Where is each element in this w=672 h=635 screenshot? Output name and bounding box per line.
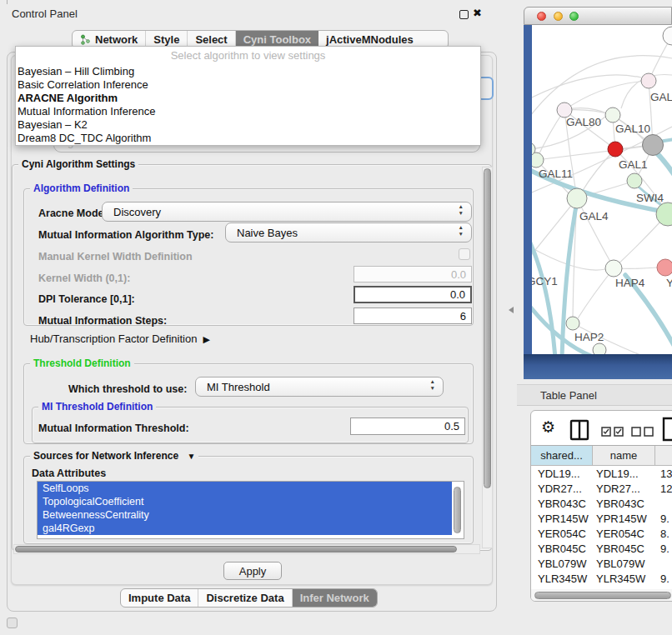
- network-node-gal[interactable]: [641, 73, 656, 88]
- close-panel-icon[interactable]: ✖: [473, 7, 482, 19]
- network-node-gal4[interactable]: [567, 188, 587, 208]
- column-header-name[interactable]: name: [593, 446, 655, 466]
- network-edge[interactable]: [536, 110, 564, 160]
- window-edge-tick: [7, 0, 8, 4]
- network-node-hap4[interactable]: [605, 260, 622, 277]
- bottom-tab-discretize-data[interactable]: Discretize Data: [198, 589, 292, 607]
- table-panel-titlebar: Table Panel: [517, 384, 672, 406]
- node-label: GCY1: [532, 275, 558, 288]
- dpi-tolerance-field[interactable]: 0.0: [354, 286, 472, 303]
- deselect-all-checkboxes-icon[interactable]: [631, 427, 654, 437]
- network-edge-thick[interactable]: [532, 229, 555, 354]
- table-cell: YDR27...: [593, 482, 655, 495]
- network-node-gal1[interactable]: [608, 142, 623, 157]
- which-threshold-combo[interactable]: MI Threshold ▲▼: [195, 377, 444, 397]
- sources-group-title[interactable]: Sources for Network Inference ▼: [30, 450, 198, 462]
- new-table-icon[interactable]: [662, 417, 672, 442]
- network-icon: [80, 34, 91, 45]
- table-row[interactable]: YPR145WYPR145W9.: [531, 511, 672, 526]
- network-node-gal11[interactable]: [532, 152, 544, 168]
- bottom-tab-infer-network[interactable]: Infer Network: [293, 589, 377, 607]
- table-row[interactable]: YDR27...YDR27...12: [531, 481, 672, 496]
- node-label: HAP4: [615, 277, 645, 289]
- network-node-hap2[interactable]: [566, 317, 579, 330]
- hub-definition-toggle[interactable]: Hub/Transcription Factor Definition▶: [30, 332, 210, 345]
- attribute-item-selfloops[interactable]: SelfLoops: [38, 482, 452, 495]
- attribute-item-topologicalcoefficient[interactable]: TopologicalCoefficient: [38, 495, 452, 508]
- table-header-row: shared...name: [531, 446, 672, 466]
- table-cell: 9.: [655, 572, 672, 585]
- column-header-2[interactable]: [655, 446, 672, 466]
- sources-title-text: Sources for Network Inference: [33, 450, 178, 462]
- settings-hscrollbar-thumb[interactable]: [15, 546, 457, 552]
- network-window-bottom-border: [524, 354, 672, 379]
- node-label: HAP2: [574, 331, 604, 343]
- network-node-swi4[interactable]: [627, 173, 642, 188]
- table-row[interactable]: YER054CYER054C8.: [531, 526, 672, 541]
- expanded-arrow-icon: ▼: [187, 452, 195, 461]
- minimize-traffic-light-icon[interactable]: [554, 12, 563, 21]
- mi-type-label: Mutual Information Algorithm Type:: [38, 229, 213, 241]
- algorithm-option-dream8-dc-tdc-algorithm[interactable]: Dream8 DC_TDC Algorithm: [16, 132, 480, 145]
- settings-vscrollbar-thumb[interactable]: [484, 168, 491, 488]
- algorithm-option-bayesian-hill-climbing[interactable]: Bayesian – Hill Climbing: [16, 65, 480, 78]
- network-edge[interactable]: [614, 221, 661, 268]
- table-row[interactable]: YBR045CYBR045C9.: [531, 541, 672, 556]
- network-edge[interactable]: [582, 149, 615, 192]
- table-hscrollbar-track[interactable]: [531, 589, 672, 602]
- aracne-mode-combo[interactable]: Discovery ▲▼: [102, 202, 472, 222]
- table-row[interactable]: YDL19...YDL19...13: [531, 466, 672, 481]
- column-header-shared-[interactable]: shared...: [531, 446, 593, 466]
- table-cell: 9.: [655, 512, 672, 525]
- network-node[interactable]: [593, 343, 606, 354]
- node-label: GAL11: [539, 168, 573, 180]
- table-cell: 12: [655, 482, 672, 495]
- network-graph: GALGAL80GAL10GAL1GAL11GAL4SWI4GCY1HAP4YH…: [532, 25, 672, 354]
- network-node-y[interactable]: [657, 259, 672, 276]
- bottom-tab-impute-data[interactable]: Impute Data: [121, 589, 198, 607]
- table-row[interactable]: YLR345WYLR345W9.: [531, 571, 672, 586]
- algorithm-option-basic-correlation-inference[interactable]: Basic Correlation Inference: [16, 78, 480, 92]
- algorithm-dropdown-popup: Select algorithm to view settings Bayesi…: [15, 46, 481, 146]
- mi-algorithm-type-combo[interactable]: Naive Bayes ▲▼: [225, 222, 472, 242]
- mi-threshold-group-title: MI Threshold Definition: [38, 401, 156, 412]
- mi-threshold-field[interactable]: 0.5: [350, 418, 465, 435]
- table-row[interactable]: YBR043CYBR043C: [531, 496, 672, 511]
- table-panel-box: ⚙ shared...name YDL19...YDL19...13YDR27.…: [530, 410, 672, 602]
- attribute-item-betweennesscentrality[interactable]: BetweennessCentrality: [38, 508, 452, 522]
- data-attributes-label: Data Attributes: [32, 468, 106, 479]
- manual-kernel-checkbox[interactable]: [459, 248, 470, 260]
- float-panel-icon[interactable]: [459, 10, 469, 19]
- resize-grip-icon[interactable]: [7, 618, 18, 628]
- select-all-checkboxes-icon[interactable]: [601, 427, 624, 437]
- network-edge[interactable]: [578, 268, 614, 318]
- algorithm-option-aracne-algorithm[interactable]: ARACNE Algorithm: [16, 92, 480, 105]
- kernel-width-field[interactable]: 0.0: [354, 266, 472, 282]
- network-window-titlebar[interactable]: [524, 7, 672, 25]
- data-attributes-list[interactable]: SelfLoopsTopologicalCoefficientBetweenne…: [37, 481, 464, 539]
- attribute-item-gal4rgexp[interactable]: gal4RGexp: [38, 522, 452, 535]
- network-node[interactable]: [656, 202, 672, 226]
- hub-definition-label: Hub/Transcription Factor Definition: [30, 332, 197, 345]
- algorithm-option-bayesian-k2[interactable]: Bayesian – K2: [16, 118, 480, 132]
- apply-button[interactable]: Apply: [223, 562, 282, 580]
- zoom-traffic-light-icon[interactable]: [569, 12, 579, 21]
- attributes-vscrollbar-thumb[interactable]: [454, 487, 461, 533]
- network-node[interactable]: [663, 27, 672, 45]
- network-node-gal10[interactable]: [605, 108, 620, 122]
- tab-label: jActiveMNodules: [326, 33, 414, 46]
- table-hscrollbar-thumb[interactable]: [534, 592, 671, 599]
- table-cell: 13: [655, 468, 672, 480]
- table-row[interactable]: YBL079WYBL079W: [531, 556, 672, 571]
- gear-icon[interactable]: ⚙: [541, 418, 555, 436]
- network-edge[interactable]: [577, 198, 610, 262]
- network-view-canvas[interactable]: GALGAL80GAL10GAL1GAL11GAL4SWI4GCY1HAP4YH…: [532, 25, 672, 354]
- cyni-settings-title: Cyni Algorithm Settings: [18, 158, 138, 170]
- network-edge[interactable]: [564, 81, 649, 110]
- network-node[interactable]: [643, 135, 664, 156]
- panel-divider-arrow-icon[interactable]: [509, 307, 514, 313]
- close-traffic-light-icon[interactable]: [537, 12, 546, 21]
- algorithm-option-mutual-information-inference[interactable]: Mutual Information Inference: [16, 105, 480, 118]
- split-columns-icon[interactable]: [569, 419, 589, 441]
- mi-steps-field[interactable]: 6: [354, 308, 472, 324]
